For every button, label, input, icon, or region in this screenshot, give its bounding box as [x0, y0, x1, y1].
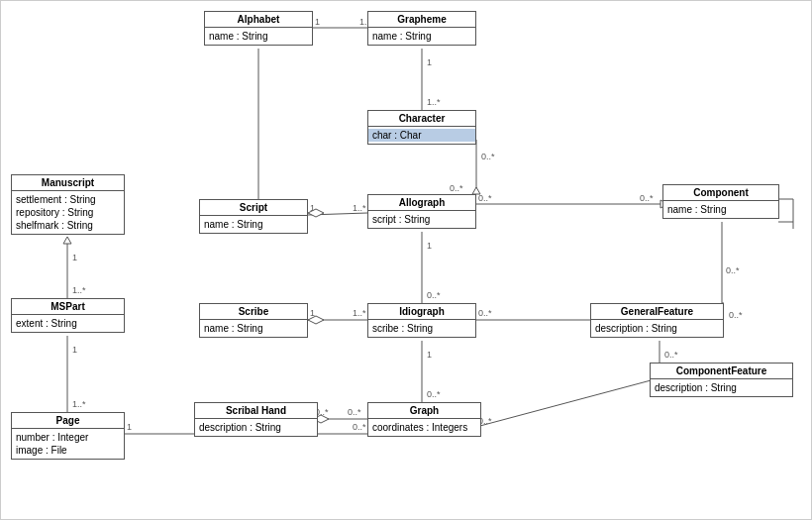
- component-title: Component: [663, 185, 778, 201]
- scribalhand-box: Scribal Hand description : String: [194, 402, 318, 437]
- svg-text:0..*: 0..*: [427, 389, 441, 399]
- mspart-body: extent : String: [12, 315, 124, 332]
- svg-text:0..*: 0..*: [427, 290, 441, 300]
- svg-text:1: 1: [72, 345, 77, 355]
- script-body: name : String: [200, 216, 307, 233]
- generalfeature-body: description : String: [591, 320, 723, 337]
- graph-body: coordinates : Integers: [368, 419, 480, 436]
- manuscript-body: settlement : String repository : String …: [12, 191, 124, 234]
- manuscript-attr-1: settlement : String: [12, 193, 124, 206]
- componentfeature-box: ComponentFeature description : String: [650, 363, 793, 397]
- manuscript-box: Manuscript settlement : String repositor…: [11, 174, 125, 235]
- mspart-box: MSPart extent : String: [11, 298, 125, 333]
- scribe-body: name : String: [200, 320, 307, 337]
- svg-text:1: 1: [427, 57, 432, 67]
- svg-marker-30: [63, 237, 71, 244]
- svg-marker-14: [472, 187, 480, 194]
- component-attr-1: name : String: [663, 203, 778, 216]
- diagram-container: 1..* 1 1 1..* 1 1..* 0..* 0..* 1 1..* 0.…: [0, 0, 812, 520]
- svg-text:0..*: 0..*: [450, 183, 463, 193]
- scribe-attr-1: name : String: [200, 322, 307, 335]
- page-attr-1: number : Integer: [12, 431, 124, 444]
- componentfeature-body: description : String: [651, 379, 792, 396]
- alphabet-body: name : String: [205, 28, 312, 45]
- grapheme-body: name : String: [368, 28, 475, 45]
- character-attr-1: char : Char: [368, 129, 475, 142]
- svg-text:1: 1: [315, 17, 320, 27]
- allograph-title: Allograph: [368, 195, 475, 211]
- componentfeature-title: ComponentFeature: [651, 364, 792, 379]
- graph-title: Graph: [368, 403, 480, 419]
- idiograph-box: Idiograph scribe : String: [367, 303, 476, 338]
- component-box: Component name : String: [662, 184, 779, 219]
- component-body: name : String: [663, 201, 778, 218]
- svg-text:0..*: 0..*: [729, 310, 743, 320]
- svg-line-52: [476, 379, 655, 427]
- svg-text:1: 1: [427, 350, 432, 360]
- character-body: char : Char: [368, 127, 475, 144]
- idiograph-body: scribe : String: [368, 320, 475, 337]
- svg-text:0..*: 0..*: [640, 193, 654, 203]
- idiograph-title: Idiograph: [368, 304, 475, 320]
- scribalhand-title: Scribal Hand: [195, 403, 317, 419]
- page-attr-2: image : File: [12, 444, 124, 457]
- svg-text:0..*: 0..*: [478, 193, 492, 203]
- allograph-attr-1: script : String: [368, 213, 475, 226]
- manuscript-attr-2: repository : String: [12, 206, 124, 219]
- svg-text:0..*: 0..*: [481, 152, 495, 161]
- page-title: Page: [12, 413, 124, 429]
- scribe-title: Scribe: [200, 304, 307, 320]
- allograph-box: Allograph script : String: [367, 194, 476, 229]
- svg-text:1: 1: [127, 422, 132, 432]
- componentfeature-attr-1: description : String: [651, 381, 792, 394]
- graph-attr-1: coordinates : Integers: [368, 421, 480, 434]
- page-body: number : Integer image : File: [12, 429, 124, 459]
- idiograph-attr-1: scribe : String: [368, 322, 475, 335]
- character-box: Character char : Char: [367, 110, 476, 145]
- svg-text:1..*: 1..*: [72, 399, 86, 409]
- svg-text:1: 1: [310, 308, 315, 318]
- script-attr-1: name : String: [200, 218, 307, 231]
- svg-line-7: [308, 213, 367, 215]
- svg-text:1: 1: [310, 203, 315, 213]
- allograph-body: script : String: [368, 211, 475, 228]
- svg-text:0..*: 0..*: [478, 308, 492, 318]
- manuscript-title: Manuscript: [12, 175, 124, 191]
- script-title: Script: [200, 200, 307, 216]
- svg-text:0..*: 0..*: [664, 350, 678, 360]
- svg-text:1..*: 1..*: [353, 203, 366, 213]
- alphabet-box: Alphabet name : String: [204, 11, 313, 46]
- generalfeature-box: GeneralFeature description : String: [590, 303, 724, 338]
- svg-text:1: 1: [427, 241, 432, 251]
- svg-text:1..*: 1..*: [353, 308, 366, 318]
- generalfeature-attr-1: description : String: [591, 322, 723, 335]
- svg-text:0..*: 0..*: [353, 422, 366, 432]
- grapheme-box: Grapheme name : String: [367, 11, 476, 46]
- svg-marker-10: [308, 209, 324, 217]
- svg-text:0..*: 0..*: [348, 407, 361, 417]
- manuscript-attr-3: shelfmark : String: [12, 219, 124, 232]
- script-box: Script name : String: [199, 199, 308, 234]
- svg-text:0..*: 0..*: [726, 265, 740, 275]
- scribe-box: Scribe name : String: [199, 303, 308, 338]
- scribalhand-body: description : String: [195, 419, 317, 436]
- scribalhand-attr-1: description : String: [195, 421, 317, 434]
- character-title: Character: [368, 111, 475, 127]
- page-box: Page number : Integer image : File: [11, 412, 125, 460]
- grapheme-title: Grapheme: [368, 12, 475, 28]
- grapheme-attr-1: name : String: [368, 30, 475, 43]
- svg-text:1..*: 1..*: [72, 285, 86, 295]
- graph-box: Graph coordinates : Integers: [367, 402, 481, 437]
- mspart-title: MSPart: [12, 299, 124, 315]
- svg-marker-18: [308, 316, 324, 324]
- svg-text:1..*: 1..*: [427, 97, 441, 107]
- alphabet-title: Alphabet: [205, 12, 312, 28]
- generalfeature-title: GeneralFeature: [591, 304, 723, 320]
- svg-text:1: 1: [72, 253, 77, 262]
- mspart-attr-1: extent : String: [12, 317, 124, 330]
- alphabet-attr-1: name : String: [205, 30, 312, 43]
